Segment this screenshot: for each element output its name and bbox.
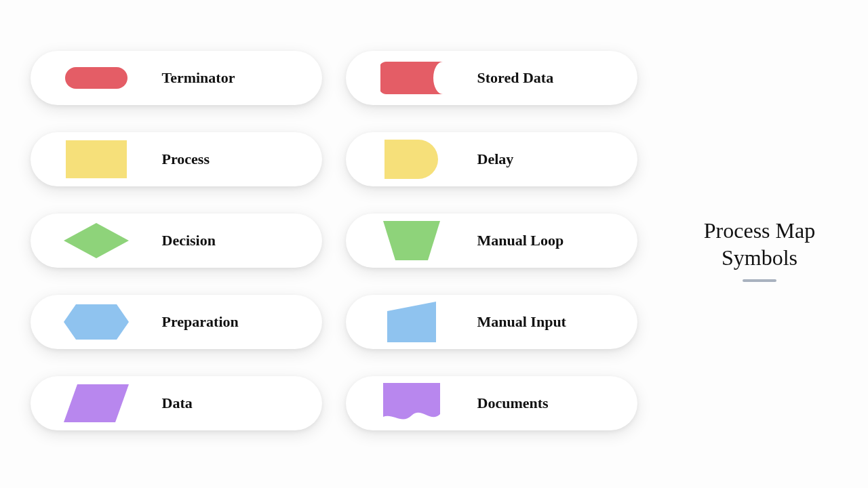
svg-rect-0 [65,67,127,89]
documents-icon [346,376,477,430]
decision-label: Decision [162,232,323,249]
process-icon [31,132,162,186]
svg-marker-4 [64,384,129,422]
symbol-delay: Delay [346,132,637,186]
symbol-manual-loop: Manual Loop [346,214,637,268]
page-title: Process Map Symbols [671,217,848,282]
data-icon [31,376,162,430]
symbol-manual-input: Manual Input [346,295,637,349]
data-label: Data [162,394,323,412]
svg-marker-2 [64,223,129,258]
symbol-terminator: Terminator [31,51,322,105]
delay-label: Delay [477,150,638,168]
symbol-preparation: Preparation [31,295,322,349]
preparation-icon [31,295,162,349]
symbol-stored-data: Stored Data [346,51,637,105]
manual-input-label: Manual Input [477,313,638,331]
process-label: Process [162,150,323,168]
delay-icon [346,132,477,186]
diagram-canvas: Terminator Process Decision Preparation … [0,0,868,488]
symbol-process: Process [31,132,322,186]
svg-marker-3 [64,304,129,340]
svg-rect-1 [66,140,127,178]
svg-marker-6 [387,302,436,342]
manual-loop-icon [346,214,477,268]
documents-label: Documents [477,394,638,412]
manual-loop-label: Manual Loop [477,232,638,249]
title-line-2: Symbols [671,244,848,271]
terminator-icon [31,51,162,105]
symbol-decision: Decision [31,214,322,268]
symbol-documents: Documents [346,376,637,430]
symbol-data: Data [31,376,322,430]
preparation-label: Preparation [162,313,323,331]
svg-marker-5 [383,221,440,260]
manual-input-icon [346,295,477,349]
stored-data-label: Stored Data [477,69,638,87]
stored-data-icon [346,51,477,105]
title-underline [743,279,776,282]
title-line-1: Process Map [671,217,848,244]
terminator-label: Terminator [162,69,323,87]
decision-icon [31,214,162,268]
